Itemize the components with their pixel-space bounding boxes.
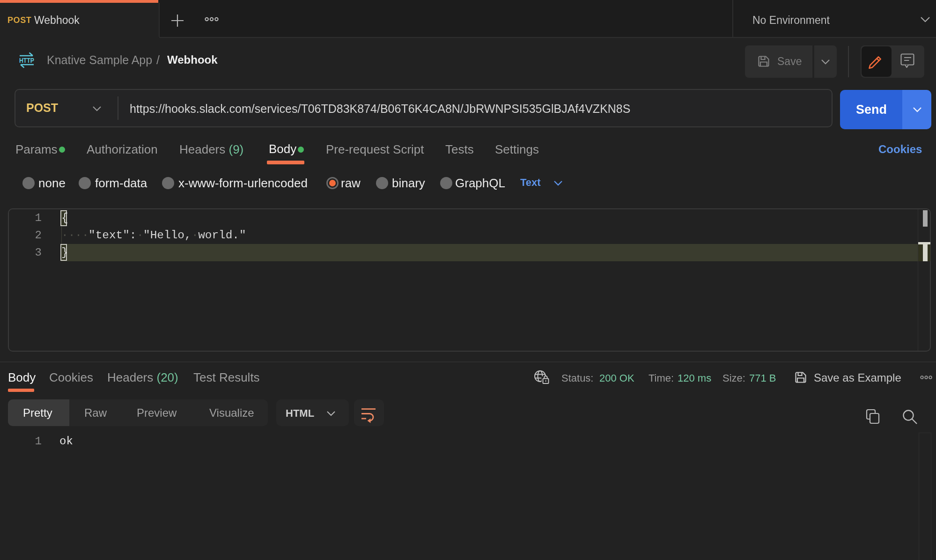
svg-text:HTTP: HTTP: [19, 56, 34, 64]
